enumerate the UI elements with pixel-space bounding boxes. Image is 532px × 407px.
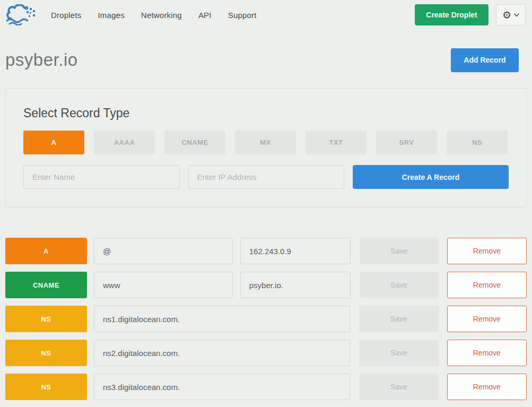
record-type-badge: NS	[5, 306, 87, 332]
record-type-cname[interactable]: CNAME	[164, 131, 225, 154]
nav-item-networking[interactable]: Networking	[141, 11, 182, 20]
save-button[interactable]: Save	[359, 374, 438, 400]
remove-button[interactable]: Remove	[447, 374, 527, 400]
new-record-name-input[interactable]	[23, 165, 180, 189]
save-button[interactable]: Save	[359, 306, 438, 332]
record-value-input[interactable]	[94, 340, 350, 366]
digitalocean-logo[interactable]	[5, 4, 37, 26]
record-type-mx[interactable]: MX	[235, 131, 296, 154]
remove-button[interactable]: Remove	[447, 306, 527, 332]
dns-records-list: A Save Remove CNAME Save Remove NS Save …	[5, 238, 527, 400]
gear-icon: ⚙	[502, 10, 511, 20]
record-type-ns[interactable]: NS	[447, 131, 508, 154]
record-type-badge: CNAME	[5, 272, 87, 298]
nav-item-api[interactable]: API	[198, 11, 212, 20]
record-type-badge: A	[5, 238, 87, 264]
record-name-input[interactable]	[94, 272, 233, 298]
main-nav: Droplets Images Networking API Support	[51, 11, 257, 20]
record-type-aaaa[interactable]: AAAA	[94, 131, 155, 154]
record-value-input[interactable]	[240, 272, 351, 298]
remove-button[interactable]: Remove	[447, 272, 527, 298]
settings-menu-button[interactable]: ⚙	[496, 4, 526, 25]
save-button[interactable]: Save	[360, 272, 439, 298]
chevron-down-icon	[514, 13, 519, 17]
remove-button[interactable]: Remove	[447, 238, 527, 264]
dns-record-row-a: A Save Remove	[5, 238, 527, 264]
page-title: psyber.io	[5, 50, 78, 70]
create-droplet-button[interactable]: Create Droplet	[415, 4, 489, 25]
record-type-badge: NS	[5, 340, 87, 366]
cloud-wave-icon	[5, 4, 36, 25]
record-type-srv[interactable]: SRV	[376, 131, 437, 154]
record-type-badge: NS	[5, 374, 87, 400]
remove-button[interactable]: Remove	[447, 340, 527, 366]
record-name-input[interactable]	[94, 238, 233, 264]
record-value-input[interactable]	[94, 374, 350, 400]
panel-heading: Select Record Type	[23, 106, 509, 120]
nav-item-droplets[interactable]: Droplets	[51, 11, 81, 20]
add-record-button[interactable]: Add Record	[451, 48, 519, 72]
top-navbar: Droplets Images Networking API Support C…	[0, 0, 532, 30]
dns-record-row-cname: CNAME Save Remove	[5, 272, 527, 298]
dns-record-row-ns1: NS Save Remove	[5, 306, 527, 332]
record-type-tabs: A AAAA CNAME MX TXT SRV NS	[23, 131, 509, 154]
save-button[interactable]: Save	[359, 340, 438, 366]
save-button[interactable]: Save	[360, 238, 439, 264]
record-value-input[interactable]	[240, 238, 351, 264]
record-type-txt[interactable]: TXT	[306, 131, 367, 154]
record-type-a[interactable]: A	[23, 131, 84, 154]
new-record-ip-input[interactable]	[188, 165, 345, 189]
dns-record-row-ns2: NS Save Remove	[5, 340, 527, 366]
create-a-record-button[interactable]: Create A Record	[353, 165, 509, 189]
nav-item-images[interactable]: Images	[98, 11, 124, 20]
dns-record-row-ns3: NS Save Remove	[5, 374, 527, 400]
record-value-input[interactable]	[94, 306, 350, 332]
page-header: psyber.io Add Record	[0, 44, 532, 76]
new-record-form: Create A Record	[23, 165, 509, 189]
select-record-type-panel: Select Record Type A AAAA CNAME MX TXT S…	[5, 88, 527, 207]
nav-item-support[interactable]: Support	[228, 11, 257, 20]
